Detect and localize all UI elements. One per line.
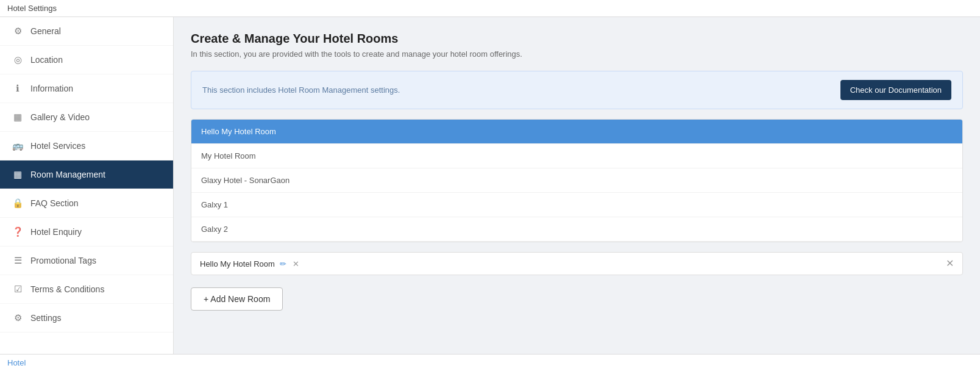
add-new-room-button[interactable]: + Add New Room	[191, 287, 283, 311]
hotel-services-icon: 🚌	[12, 140, 23, 151]
hotel-services-label: Hotel Services	[30, 141, 85, 151]
room-list-item-4[interactable]: Galxy 2	[191, 217, 962, 242]
room-management-icon: ▦	[12, 169, 23, 180]
info-card: This section includes Hotel Room Managem…	[191, 71, 963, 109]
general-icon: ⚙	[12, 26, 23, 37]
information-label: Information	[30, 84, 73, 93]
sidebar: ⚙General◎LocationℹInformation▦Gallery & …	[0, 17, 174, 354]
sidebar-item-promotional-tags[interactable]: ☰Promotional Tags	[0, 247, 173, 275]
page-title: Create & Manage Your Hotel Rooms	[191, 32, 963, 46]
selected-room-bar: Hello My Hotel Room ✏ ✕ ✕	[191, 252, 963, 275]
room-list-item-1[interactable]: My Hotel Room	[191, 144, 962, 168]
room-list-container: Hello My Hotel RoomMy Hotel RoomGlaxy Ho…	[191, 119, 963, 242]
terms-conditions-label: Terms & Conditions	[30, 284, 104, 294]
sidebar-item-gallery-video[interactable]: ▦Gallery & Video	[0, 103, 173, 132]
room-name-3: Galxy 1	[201, 200, 228, 209]
main-content: Create & Manage Your Hotel Rooms In this…	[174, 17, 980, 354]
location-label: Location	[30, 55, 63, 65]
selected-room-name: Hello My Hotel Room	[200, 259, 275, 268]
page-subtitle: In this section, you are provided with t…	[191, 49, 963, 59]
remove-room-icon[interactable]: ✕	[293, 259, 299, 268]
sidebar-item-general[interactable]: ⚙General	[0, 17, 173, 46]
hotel-enquiry-label: Hotel Enquiry	[30, 227, 82, 237]
room-management-label: Room Management	[30, 170, 105, 179]
sidebar-item-hotel-enquiry[interactable]: ❓Hotel Enquiry	[0, 218, 173, 247]
info-card-text: This section includes Hotel Room Managem…	[202, 85, 831, 95]
settings-label: Settings	[30, 313, 62, 323]
close-bar-button[interactable]: ✕	[946, 259, 954, 268]
sidebar-item-terms-conditions[interactable]: ☑Terms & Conditions	[0, 275, 173, 304]
information-icon: ℹ	[12, 83, 23, 94]
promotional-tags-icon: ☰	[12, 255, 23, 266]
settings-icon: ⚙	[12, 312, 23, 323]
room-list-item-2[interactable]: Glaxy Hotel - SonarGaon	[191, 168, 962, 193]
room-name-4: Galxy 2	[201, 225, 228, 234]
sidebar-item-settings[interactable]: ⚙Settings	[0, 304, 173, 333]
check-documentation-button[interactable]: Check our Documentation	[840, 80, 951, 100]
app-title: Hotel Settings	[7, 4, 57, 13]
sidebar-item-room-management[interactable]: ▦Room Management	[0, 160, 173, 189]
room-list: Hello My Hotel RoomMy Hotel RoomGlaxy Ho…	[191, 120, 962, 242]
gallery-video-label: Gallery & Video	[30, 112, 90, 122]
room-name-1: My Hotel Room	[201, 151, 256, 160]
room-name-0: Hello My Hotel Room	[201, 127, 276, 136]
faq-section-icon: 🔒	[12, 198, 23, 209]
promotional-tags-label: Promotional Tags	[30, 256, 96, 265]
room-list-item-0[interactable]: Hello My Hotel Room	[191, 120, 962, 144]
faq-section-label: FAQ Section	[30, 198, 79, 208]
bottom-bar: Hotel	[0, 354, 980, 371]
sidebar-item-hotel-services[interactable]: 🚌Hotel Services	[0, 132, 173, 160]
sidebar-item-faq-section[interactable]: 🔒FAQ Section	[0, 189, 173, 218]
gallery-video-icon: ▦	[12, 112, 23, 123]
sidebar-item-information[interactable]: ℹInformation	[0, 74, 173, 103]
hotel-enquiry-icon: ❓	[12, 226, 23, 237]
edit-room-icon[interactable]: ✏	[280, 259, 286, 268]
room-list-item-3[interactable]: Galxy 1	[191, 193, 962, 217]
sidebar-item-location[interactable]: ◎Location	[0, 46, 173, 74]
selected-room-tag: Hello My Hotel Room ✏ ✕	[200, 259, 299, 268]
location-icon: ◎	[12, 54, 23, 65]
main-layout: ⚙General◎LocationℹInformation▦Gallery & …	[0, 17, 980, 354]
bottom-bar-text: Hotel	[7, 358, 26, 367]
terms-conditions-icon: ☑	[12, 284, 23, 295]
general-label: General	[30, 26, 61, 36]
room-name-2: Glaxy Hotel - SonarGaon	[201, 176, 289, 185]
top-bar: Hotel Settings	[0, 0, 980, 17]
page-header: Create & Manage Your Hotel Rooms In this…	[191, 32, 963, 59]
